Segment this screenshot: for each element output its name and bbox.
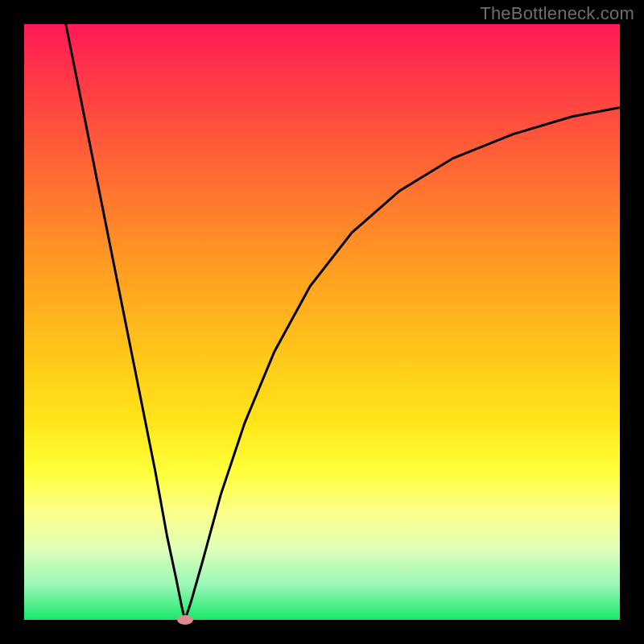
- curve-left-branch: [66, 24, 185, 620]
- plot-area: [24, 24, 620, 620]
- watermark-text: TheBottleneck.com: [480, 3, 634, 24]
- chart-frame: TheBottleneck.com: [0, 0, 644, 644]
- minimum-marker: [177, 615, 193, 625]
- curve-right-branch: [185, 108, 620, 620]
- bottleneck-curve: [24, 24, 620, 620]
